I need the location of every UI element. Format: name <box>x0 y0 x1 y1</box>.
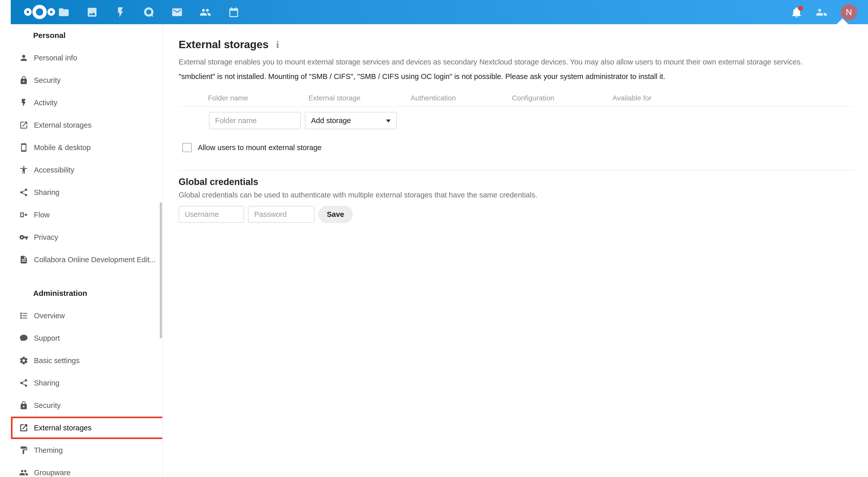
sidebar-item-label: Groupware <box>34 469 70 477</box>
sidebar-item-flow[interactable]: Flow <box>0 204 162 226</box>
lock-icon <box>19 76 28 85</box>
column-authentication: Authentication <box>410 94 512 102</box>
mail-icon[interactable] <box>171 6 183 18</box>
sidebar-item-label: Mobile & desktop <box>34 143 91 152</box>
key-icon <box>19 233 28 242</box>
notifications-bell-icon[interactable] <box>791 6 802 18</box>
sidebar-item-label: Privacy <box>34 233 58 242</box>
sidebar-item-external-storages-admin[interactable]: External storages <box>11 417 163 439</box>
sidebar-item-personal-info[interactable]: Personal info <box>0 47 162 69</box>
storage-table-header: Folder name External storage Authenticat… <box>179 94 854 102</box>
external-storage-description: External storage enables you to mount ex… <box>179 58 854 66</box>
allow-users-row: Allow users to mount external storage <box>182 143 854 152</box>
sidebar-item-sharing-admin[interactable]: Sharing <box>0 372 162 394</box>
nextcloud-logo[interactable] <box>23 3 57 22</box>
add-storage-select[interactable]: Add storage <box>305 112 397 129</box>
contacts-icon[interactable] <box>199 6 211 18</box>
settings-sidebar: Personal Personal info Security Activity… <box>0 24 163 477</box>
global-credentials-title: Global credentials <box>179 177 854 187</box>
sidebar-item-label: Accessibility <box>34 166 74 174</box>
sidebar-item-security-admin[interactable]: Security <box>0 394 162 417</box>
cellphone-icon <box>19 143 28 152</box>
sidebar-item-label: Security <box>34 76 61 84</box>
top-bar: N <box>11 0 868 24</box>
external-link-icon <box>19 423 28 433</box>
paint-roller-icon <box>19 446 28 455</box>
share-icon <box>19 188 28 197</box>
sidebar-item-collabora[interactable]: Collabora Online Development Edit... <box>0 248 162 271</box>
notification-dot <box>798 6 803 11</box>
sidebar-item-label: Sharing <box>34 188 59 197</box>
avatar[interactable]: N <box>841 4 857 21</box>
username-input[interactable] <box>179 206 244 223</box>
sidebar-item-label: Overview <box>34 312 65 320</box>
folder-name-input[interactable] <box>209 112 301 129</box>
global-credentials-form: Save <box>179 206 854 223</box>
flash-icon <box>19 98 28 107</box>
flow-icon <box>19 210 28 219</box>
info-icon[interactable]: i <box>276 39 279 50</box>
column-available-for: Available for <box>612 94 652 102</box>
sidebar-item-label: External storages <box>34 121 92 130</box>
chevron-down-icon <box>386 120 391 123</box>
column-folder-name: Folder name <box>208 94 308 102</box>
group-icon <box>19 468 28 477</box>
add-storage-select-label: Add storage <box>311 116 351 125</box>
app-icon-row <box>58 0 240 24</box>
global-credentials-description: Global credentials can be used to authen… <box>179 191 854 199</box>
gear-icon <box>19 356 28 365</box>
photos-icon[interactable] <box>86 6 98 18</box>
sidebar-item-accessibility[interactable]: Accessibility <box>0 159 162 181</box>
smbclient-warning: "smbclient" is not installed. Mounting o… <box>179 72 854 81</box>
activity-icon[interactable] <box>115 6 126 18</box>
sidebar-item-mobile-desktop[interactable]: Mobile & desktop <box>0 136 162 159</box>
external-link-icon <box>19 121 28 130</box>
sidebar-item-label: Personal info <box>34 54 77 62</box>
sidebar-item-theming[interactable]: Theming <box>0 439 162 462</box>
allow-users-label[interactable]: Allow users to mount external storage <box>198 143 321 152</box>
accessibility-icon <box>19 165 28 175</box>
sidebar-item-label: Flow <box>34 211 50 219</box>
lock-icon <box>19 401 28 410</box>
save-button[interactable]: Save <box>318 206 352 223</box>
password-input[interactable] <box>248 206 315 223</box>
sidebar-item-label: Sharing <box>34 379 59 387</box>
sidebar-scrollbar[interactable] <box>160 202 162 338</box>
sidebar-item-label: External storages <box>34 424 92 432</box>
talk-icon[interactable] <box>143 6 155 18</box>
sidebar-item-label: Security <box>34 401 61 410</box>
sidebar-item-overview[interactable]: Overview <box>0 305 162 327</box>
sidebar-heading-administration: Administration <box>0 282 162 305</box>
sidebar-item-label: Activity <box>34 99 57 107</box>
sidebar-item-activity[interactable]: Activity <box>0 92 162 114</box>
sidebar-item-groupware[interactable]: Groupware <box>0 462 162 477</box>
page-title: External storages i <box>179 38 854 51</box>
add-storage-row: Add storage <box>209 112 854 129</box>
sidebar-section-administration: Administration Overview Support Basic se… <box>0 282 162 477</box>
sidebar-item-label: Basic settings <box>34 356 80 365</box>
column-configuration: Configuration <box>512 94 612 102</box>
sidebar-item-support[interactable]: Support <box>0 327 162 349</box>
sidebar-item-security-personal[interactable]: Security <box>0 69 162 92</box>
sidebar-item-label: Theming <box>34 446 63 454</box>
sidebar-item-label: Collabora Online Development Edit... <box>34 255 156 264</box>
nextcloud-settings-page: N Personal Personal info Security Activi… <box>0 0 868 477</box>
list-icon <box>19 311 28 320</box>
settings-menu-caret <box>837 18 848 24</box>
table-divider <box>179 106 854 107</box>
comment-icon <box>19 334 28 343</box>
calendar-icon[interactable] <box>228 6 240 18</box>
sidebar-item-external-storages-personal[interactable]: External storages <box>0 114 162 136</box>
page-title-text: External storages <box>179 38 269 51</box>
sidebar-item-privacy[interactable]: Privacy <box>0 226 162 248</box>
allow-users-checkbox[interactable] <box>182 143 192 152</box>
account-icon <box>19 53 28 62</box>
column-external-storage: External storage <box>308 94 410 102</box>
sidebar-item-basic-settings[interactable]: Basic settings <box>0 349 162 372</box>
sidebar-item-sharing-personal[interactable]: Sharing <box>0 181 162 204</box>
contacts-menu-icon[interactable] <box>816 6 828 18</box>
sidebar-item-label: Support <box>34 334 60 342</box>
files-icon[interactable] <box>58 6 70 18</box>
document-icon <box>19 255 28 264</box>
sidebar-heading-personal: Personal <box>0 24 162 47</box>
